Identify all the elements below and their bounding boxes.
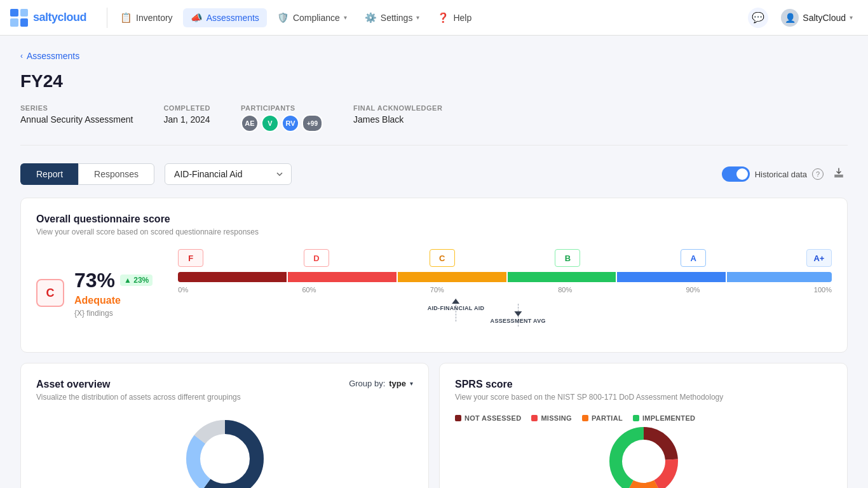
score-section: C 73% ▲ 23% Adequate {X} findings F D C [36, 249, 832, 337]
legend-partial-label: PARTIAL [592, 414, 623, 422]
sprs-donut-svg [606, 423, 682, 488]
participants-row: AE V RV +99 [241, 114, 323, 132]
score-card: Overall questionnaire score View your ov… [20, 198, 848, 353]
cards-row: Asset overview Visualize the distributio… [20, 363, 848, 488]
scale-60: 60% [302, 286, 316, 294]
score-left: C 73% ▲ 23% Adequate {X} findings [36, 269, 153, 318]
page-title: FY24 [20, 71, 848, 92]
nav-items: 📋 Inventory 📣 Assessments 🛡️ Compliance … [112, 8, 748, 27]
meta-completed: COMPLETED Jan 1, 2024 [163, 104, 210, 125]
avatar-more: +99 [302, 114, 323, 132]
main-content: ‹ Assessments FY24 SERIES Annual Securit… [0, 36, 868, 488]
participants-label: PARTICIPANTS [241, 104, 323, 112]
meta-acknowledger: FINAL ACKNOWLEDGER James Black [353, 104, 442, 125]
sprs-score-card: SPRS score View your score based on the … [439, 363, 848, 488]
grade-c: C [430, 249, 455, 267]
series-value: Annual Security Assessment [20, 114, 133, 125]
marker-aid-label: AID-FINANCIAL AID [428, 305, 485, 311]
nav-divider [107, 8, 107, 28]
user-avatar-icon: 👤 [781, 9, 799, 27]
nav-item-settings-label: Settings [381, 13, 413, 23]
bar-segment-d [288, 272, 397, 282]
compliance-icon: 🛡️ [277, 12, 289, 24]
scale-70: 70% [430, 286, 444, 294]
assessments-icon: 📣 [191, 12, 203, 24]
bar-markers: AID-FINANCIAL AID ASSESSMENT AVG [178, 299, 832, 337]
bar-segment-b [508, 272, 616, 282]
historical-data-toggle[interactable] [722, 166, 750, 182]
tab-right: Historical data ? [722, 164, 848, 185]
grade-f: F [178, 249, 203, 267]
compliance-chevron-icon: ▾ [344, 14, 347, 21]
inventory-icon: 📋 [120, 12, 132, 24]
meta-participants: PARTICIPANTS AE V RV +99 [241, 104, 323, 132]
score-label: Adequate [74, 295, 153, 306]
bar-segment-a [617, 272, 726, 282]
settings-icon: ⚙️ [365, 12, 377, 24]
logo[interactable]: saltycloud [10, 9, 86, 27]
nav-right: 💬 👤 SaltyCloud ▾ [748, 6, 858, 29]
tab-row: Report Responses AID-Financial Aid Other… [20, 163, 848, 185]
score-findings: {X} findings [74, 309, 153, 318]
asset-overview-header: Asset overview Visualize the distributio… [36, 379, 413, 414]
export-icon [832, 166, 845, 179]
completed-value: Jan 1, 2024 [163, 114, 210, 125]
scale-90: 90% [686, 286, 700, 294]
tab-report[interactable]: Report [20, 163, 78, 185]
legend-not-assessed: NOT ASSESSED [455, 414, 521, 422]
logo-grid [10, 9, 28, 27]
historical-data-toggle-container: Historical data ? [722, 166, 824, 182]
nav-item-assessments-label: Assessments [207, 13, 259, 23]
nav-item-compliance-label: Compliance [293, 13, 340, 23]
legend-not-assessed-label: NOT ASSESSED [465, 414, 521, 422]
nav-item-settings[interactable]: ⚙️ Settings ▾ [357, 8, 428, 27]
nav-item-assessments[interactable]: 📣 Assessments [183, 8, 267, 27]
asset-donut-svg [180, 414, 269, 488]
marker-avg-label: ASSESSMENT AVG [491, 318, 546, 324]
historical-data-help-icon[interactable]: ? [812, 168, 824, 180]
legend-not-assessed-dot [455, 415, 461, 421]
scale-100: 100% [814, 286, 832, 294]
legend-missing-label: MISSING [541, 414, 572, 422]
score-card-title: Overall questionnaire score [36, 214, 832, 225]
marker-avg-arrow [514, 311, 522, 316]
group-by-control[interactable]: Group by: type ▾ [349, 379, 413, 388]
acknowledger-label: FINAL ACKNOWLEDGER [353, 104, 442, 112]
score-info: 73% ▲ 23% Adequate {X} findings [74, 269, 153, 318]
legend-partial: PARTIAL [582, 414, 623, 422]
nav-item-help-label: Help [453, 13, 471, 23]
avatar-rv: RV [281, 114, 299, 132]
legend-missing-dot [531, 415, 538, 421]
grade-d: D [304, 249, 329, 267]
bar-segment-f [178, 272, 287, 282]
grade-a: A [681, 249, 706, 267]
asset-donut-chart [36, 421, 413, 488]
user-chevron-icon: ▾ [850, 14, 853, 21]
navbar: saltycloud 📋 Inventory 📣 Assessments 🛡️ … [0, 0, 868, 36]
grade-badge: C [36, 279, 64, 307]
grade-b: B [555, 249, 580, 267]
legend-implemented: IMPLEMENTED [633, 414, 695, 422]
score-bar-track [178, 272, 832, 282]
export-button[interactable] [830, 164, 848, 185]
scale-80: 80% [558, 286, 572, 294]
grade-labels: F D C B A A+ [178, 249, 832, 267]
entity-dropdown[interactable]: AID-Financial Aid Other Option [165, 163, 292, 185]
legend-implemented-dot [633, 415, 639, 421]
score-bar-area: F D C B A A+ 0% [178, 249, 832, 337]
tab-responses[interactable]: Responses [78, 163, 154, 185]
chat-button[interactable]: 💬 [748, 8, 768, 28]
legend-partial-dot [582, 415, 588, 421]
nav-item-compliance[interactable]: 🛡️ Compliance ▾ [269, 8, 355, 27]
historical-data-label: Historical data [755, 170, 807, 179]
score-percent-value: 73% [74, 269, 115, 292]
completed-label: COMPLETED [163, 104, 210, 112]
user-menu[interactable]: 👤 SaltyCloud ▾ [776, 6, 858, 29]
series-label: SERIES [20, 104, 133, 112]
nav-item-help[interactable]: ❓ Help [430, 8, 479, 27]
nav-item-inventory[interactable]: 📋 Inventory [112, 8, 180, 27]
user-name: SaltyCloud [803, 13, 846, 23]
acknowledger-value: James Black [353, 114, 442, 125]
avatar-ae: AE [241, 114, 259, 132]
breadcrumb[interactable]: ‹ Assessments [20, 51, 848, 61]
